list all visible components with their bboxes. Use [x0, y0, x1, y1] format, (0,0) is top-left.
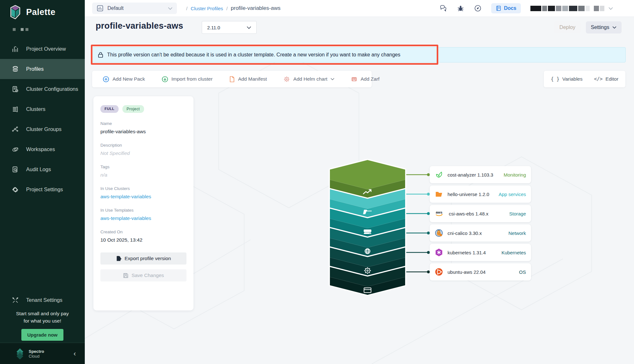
pack-category: Storage	[509, 211, 526, 216]
sidebar-item-profiles[interactable]: Profiles	[0, 59, 85, 79]
breadcrumb-link-cluster-profiles[interactable]: Cluster Profiles	[191, 6, 223, 11]
calico-icon	[435, 229, 443, 237]
sidebar-item-cluster-groups[interactable]: Cluster Groups	[0, 119, 85, 139]
created-on-label: Created On	[100, 229, 186, 234]
spectro-cloud-logo: Spectro Cloud	[15, 348, 44, 359]
in-use-clusters-label: In Use Clusters	[100, 186, 186, 191]
lock-icon	[98, 52, 103, 58]
sidebar-item-clusters[interactable]: Clusters	[0, 99, 85, 119]
pack-version: 3.30.x	[469, 230, 482, 236]
pack-version: 1.48.x	[475, 211, 488, 216]
code-icon: </>	[594, 76, 602, 82]
description-label: Description	[100, 143, 186, 148]
in-use-templates-label: In Use Templates	[100, 208, 186, 213]
compass-icon[interactable]	[474, 4, 482, 12]
chevron-down-icon	[168, 7, 172, 10]
tags-value: n/a	[100, 172, 186, 178]
aws-icon: aws	[435, 209, 444, 218]
redacted-username	[530, 6, 541, 11]
chevron-down-icon	[331, 78, 334, 80]
overview-chart-icon	[11, 45, 19, 53]
sidebar-item-project-settings[interactable]: Project Settings	[0, 179, 85, 200]
pack-name: hello-universe	[448, 192, 477, 197]
topbar: Default / Cluster Profiles / profile-var…	[85, 0, 634, 17]
bug-report-icon[interactable]	[457, 4, 464, 12]
server-rack-icon	[11, 106, 19, 113]
breadcrumb: / Cluster Profiles / profile-variables-a…	[186, 0, 281, 17]
settings-button[interactable]: Settings	[586, 21, 622, 33]
save-changes-button[interactable]: Save Changes	[100, 269, 186, 281]
sidebar-item-label: Project Settings	[26, 186, 63, 193]
variables-button[interactable]: { } Variables	[551, 76, 583, 82]
sidebar-item-label: Profiles	[26, 66, 44, 72]
pack-toolbar: Add New Pack Import from cluster Add Man…	[92, 71, 372, 87]
import-from-cluster-button[interactable]: Import from cluster	[162, 76, 213, 83]
upsell-text-line1: Start small and only pay	[0, 310, 85, 317]
sidebar-collapse-chevron[interactable]: ‹	[74, 350, 76, 358]
pack-row-kubernetes[interactable]: kubernetes 1.31.4 Kubernetes	[430, 244, 531, 261]
sidebar-item-label: Workspaces	[26, 146, 55, 152]
nodes-network-icon	[11, 126, 19, 133]
spectro-cloud-icon	[15, 348, 26, 359]
sidebar-item-label: Tenant Settings	[26, 297, 62, 303]
created-on-value: 10 Oct 2025, 13:42	[100, 237, 186, 243]
palette-app: Palette Project Overview Profiles Cluste…	[0, 0, 634, 364]
zarf-icon	[351, 76, 357, 82]
chevron-down-icon	[608, 7, 613, 10]
export-profile-version-button[interactable]: Export profile version	[100, 252, 186, 265]
export-file-icon	[116, 256, 121, 261]
name-value: profile-variables-aws	[100, 129, 186, 135]
kubecost-icon	[435, 171, 443, 179]
project-selector[interactable]: Default	[92, 3, 177, 14]
user-menu[interactable]	[530, 6, 613, 11]
profile-layer-stack	[317, 158, 434, 303]
chevron-down-icon	[612, 26, 616, 29]
pack-name: csi-aws-ebs	[449, 211, 474, 216]
upgrade-now-button[interactable]: Upgrade now	[21, 329, 63, 341]
pack-row-cost-analyzer[interactable]: cost-analyzer 1.103.3 Monitoring	[430, 166, 531, 183]
pack-row-ubuntu-aws[interactable]: ubuntu-aws 22.04 OS	[430, 263, 531, 280]
pack-row-hello-universe[interactable]: hello-universe 1.2.0 App services	[430, 186, 531, 203]
brand-logo[interactable]: Palette	[9, 5, 55, 19]
pack-name: kubernetes	[448, 250, 471, 255]
pack-category: OS	[519, 269, 526, 275]
sidebar-item-audit-logs[interactable]: Audit Logs	[0, 159, 85, 179]
pack-name: cni-calico	[448, 230, 468, 236]
breadcrumb-current: profile-variables-aws	[231, 5, 281, 11]
editor-button[interactable]: </> Editor	[594, 76, 618, 82]
sidebar-item-cluster-configurations[interactable]: Cluster Configurations	[0, 79, 85, 99]
locked-version-banner: This profile version can't be edited bec…	[92, 47, 626, 62]
sidebar-item-tenant-settings[interactable]: Tenant Settings	[0, 290, 85, 310]
pack-category: Network	[508, 230, 526, 236]
docs-button[interactable]: Docs	[491, 3, 521, 13]
sidebar-item-workspaces[interactable]: Workspaces	[0, 139, 85, 159]
gear-icon	[11, 186, 19, 193]
kubernetes-icon	[435, 248, 443, 257]
save-floppy-icon	[123, 273, 128, 278]
in-use-templates-link[interactable]: aws-template-variables	[100, 215, 186, 221]
add-manifest-button[interactable]: Add Manifest	[229, 76, 267, 83]
pack-row-csi-aws-ebs[interactable]: aws csi-aws-ebs 1.48.x Storage	[430, 205, 531, 222]
project-selector-value: Default	[107, 5, 164, 11]
manifest-file-icon	[229, 76, 235, 83]
chat-feedback-icon[interactable]	[440, 4, 447, 12]
variables-editor-card: { } Variables </> Editor	[544, 71, 625, 87]
in-use-clusters-link[interactable]: aws-template-variables	[100, 194, 186, 200]
add-zarf-button[interactable]: Add Zarf	[351, 76, 379, 82]
pack-row-cni-calico[interactable]: cni-calico 3.30.x Network	[430, 224, 531, 242]
spectro-cloud-name: Spectro Cloud	[29, 349, 44, 359]
upsell-box: Start small and only pay for what you us…	[0, 310, 85, 341]
add-helm-chart-button[interactable]: Add Helm chart	[283, 76, 334, 83]
stack-layer-monitoring[interactable]	[330, 160, 405, 198]
pack-version: 22.04	[474, 269, 486, 275]
version-select[interactable]: 2.11.0	[202, 21, 257, 34]
project-chart-icon	[97, 5, 104, 12]
deploy-button[interactable]: Deploy	[554, 21, 581, 33]
sidebar-item-label: Cluster Configurations	[26, 86, 78, 92]
pack-category: Kubernetes	[501, 250, 526, 255]
sidebar: Palette Project Overview Profiles Cluste…	[0, 0, 85, 364]
badge-project: Project	[122, 105, 144, 113]
sidebar-item-project-overview[interactable]: Project Overview	[0, 39, 85, 59]
add-new-pack-button[interactable]: Add New Pack	[103, 76, 145, 83]
svg-text:aws: aws	[436, 210, 442, 214]
